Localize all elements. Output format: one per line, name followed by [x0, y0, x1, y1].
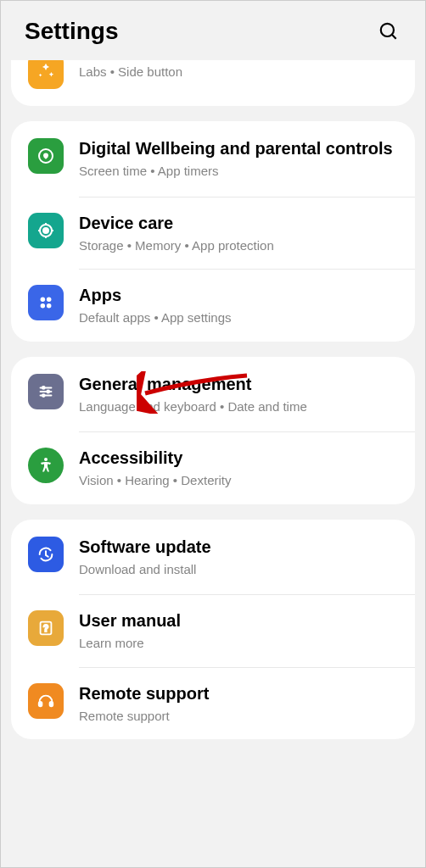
settings-item-user-manual[interactable]: ? User manual Learn more [79, 594, 415, 667]
general-icon [28, 374, 64, 409]
item-title: Accessibility [79, 448, 398, 469]
svg-point-12 [42, 387, 45, 389]
svg-point-5 [41, 298, 46, 303]
settings-group: Advanced features Labs • Side button [11, 60, 415, 106]
svg-line-1 [392, 35, 396, 39]
item-subtitle: Default apps • App settings [79, 309, 398, 326]
item-text: Software update Download and install [79, 537, 398, 578]
accessibility-icon [28, 448, 64, 483]
svg-point-0 [381, 24, 394, 36]
item-subtitle: Screen time • App timers [79, 163, 398, 180]
item-text: Advanced features Labs • Side button [79, 60, 398, 81]
svg-rect-18 [39, 701, 42, 706]
item-text: Remote support Remote support [79, 683, 398, 725]
settings-list: Advanced features Labs • Side button Dig… [1, 60, 425, 739]
settings-item-apps[interactable]: Apps Default apps • App settings [79, 269, 415, 342]
svg-point-7 [41, 303, 46, 309]
svg-point-13 [47, 390, 49, 392]
item-subtitle: Download and install [79, 561, 398, 578]
item-title: Software update [79, 537, 398, 558]
header: Settings [1, 1, 425, 60]
item-title: Device care [79, 213, 398, 234]
item-title: Remote support [79, 683, 398, 704]
advanced-icon [28, 60, 64, 89]
item-title: Apps [79, 285, 398, 306]
svg-point-6 [47, 298, 51, 303]
settings-item-accessibility[interactable]: Accessibility Vision • Hearing • Dexteri… [79, 431, 415, 504]
item-subtitle: Vision • Hearing • Dexterity [79, 472, 398, 489]
item-subtitle: Language and keyboard • Date and time [79, 398, 398, 415]
settings-item-general[interactable]: General management Language and keyboard… [11, 357, 415, 432]
svg-rect-19 [50, 701, 53, 706]
item-text: Device care Storage • Memory • App prote… [79, 213, 398, 254]
item-text: Apps Default apps • App settings [79, 285, 398, 326]
item-subtitle: Remote support [79, 708, 398, 725]
remote-support-icon [28, 683, 64, 719]
user-manual-icon: ? [28, 610, 64, 646]
item-title: General management [79, 374, 398, 395]
item-title: User manual [79, 610, 398, 632]
software-update-icon [28, 537, 64, 572]
item-subtitle: Storage • Memory • App protection [79, 237, 398, 254]
settings-item-software-update[interactable]: Software update Download and install [11, 520, 415, 595]
search-icon [378, 20, 400, 42]
settings-group: General management Language and keyboard… [11, 357, 415, 504]
item-text: User manual Learn more [79, 610, 398, 652]
apps-icon [28, 285, 64, 320]
device-care-icon [28, 213, 64, 248]
page-title: Settings [25, 18, 118, 45]
settings-item-wellbeing[interactable]: Digital Wellbeing and parental controls … [11, 121, 415, 197]
svg-point-4 [43, 228, 48, 233]
item-subtitle: Labs • Side button [79, 64, 398, 81]
settings-group: Software update Download and install ? U… [11, 520, 415, 740]
svg-point-14 [42, 394, 45, 397]
search-button[interactable] [376, 19, 401, 44]
settings-item-device-care[interactable]: Device care Storage • Memory • App prote… [79, 197, 415, 270]
settings-group: Digital Wellbeing and parental controls … [11, 121, 415, 342]
svg-point-15 [44, 458, 48, 461]
svg-point-8 [47, 303, 51, 309]
settings-item-advanced[interactable]: Advanced features Labs • Side button [11, 60, 415, 106]
settings-item-remote-support[interactable]: Remote support Remote support [79, 667, 415, 740]
wellbeing-icon [28, 138, 64, 174]
item-text: Digital Wellbeing and parental controls … [79, 138, 398, 180]
svg-text:?: ? [43, 624, 48, 633]
item-text: General management Language and keyboard… [79, 374, 398, 415]
item-title: Digital Wellbeing and parental controls [79, 138, 398, 159]
item-text: Accessibility Vision • Hearing • Dexteri… [79, 448, 398, 489]
item-subtitle: Learn more [79, 635, 398, 652]
